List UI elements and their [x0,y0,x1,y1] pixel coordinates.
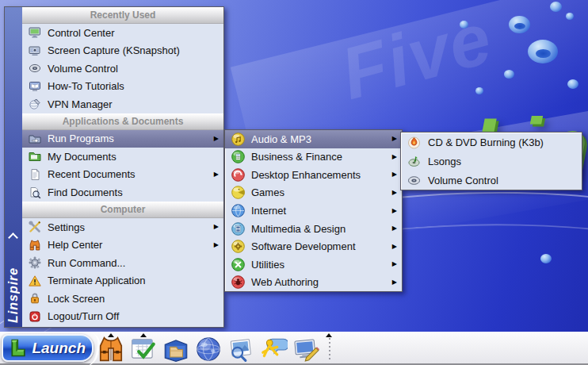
menu-item-lock-screen[interactable]: Lock Screen [22,290,223,308]
desktop: Five Lin Linspire Recently Used Control … [0,0,588,365]
menu-item-terminate-application[interactable]: Terminate Application [22,271,223,290]
bubble [509,16,530,33]
menu-item-logout-turn-off[interactable]: Logout/Turn Off [22,307,223,325]
menu-item-label: Control Center [48,27,115,39]
menu-item-find-documents[interactable]: Find Documents [22,183,223,202]
menu-item-label: Software Development [251,240,356,252]
bubble [460,21,468,29]
menu-item-label: Logout/Turn Off [48,310,119,322]
cd-dvd-burning-icon [407,136,421,149]
menu-item-label: Recent Documents [48,168,136,180]
submenu-arrow-icon: ▶ [392,208,397,214]
screen-capture-icon [29,44,41,57]
bubble [550,2,562,12]
vpn-manager-icon [29,98,41,110]
menu-item-label: VPN Manager [48,98,113,110]
menu-item-run-command[interactable]: Run Command... [22,254,223,272]
menu-item-label: Multimedia & Design [251,223,346,235]
control-center-icon [29,26,41,39]
menu-item-internet[interactable]: Internet ▶ [225,202,402,220]
menu-item-audio-mp3[interactable]: Audio & MP3 ▶ [225,130,402,148]
web-browser-icon[interactable] [194,335,223,363]
bubble [567,79,578,89]
bubble [540,254,552,263]
menu-item-settings[interactable]: Settings ▶ [22,218,223,236]
submenu-arrow-icon: ▶ [214,242,219,248]
file-manager-icon[interactable] [162,335,190,363]
submenu-arrow-icon: ▶ [392,154,397,160]
menu-item-label: Help Center [48,239,102,251]
menu-item-utilities[interactable]: Utilities ▶ [225,256,402,274]
lsongs-icon [407,155,421,168]
web-authoring-icon [231,275,245,289]
run-programs-submenu: Audio & MP3 ▶ Business & Finance ▶ Deskt… [224,129,403,292]
applet-handle[interactable] [140,333,147,337]
launch-button-label: Launch [32,340,86,357]
logout-icon [29,310,41,323]
menu-item-screen-capture[interactable]: Screen Capture (KSnapshot) [22,42,223,60]
menu-item-volume-control-2[interactable]: Volume Control [401,171,582,190]
taskbar: Launch [0,332,588,365]
audio-mp3-submenu: CD & DVD Burning (K3b) Lsongs Volume Con… [400,132,582,190]
menu-item-business-finance[interactable]: Business & Finance ▶ [225,148,402,167]
business-finance-icon [231,150,245,163]
linspire-caret-icon [8,232,18,243]
instant-messenger-icon[interactable] [259,335,288,363]
menu-item-label: Volume Control [428,175,498,186]
bubble [566,13,574,20]
my-documents-icon [29,150,41,163]
calendar-tasks-icon[interactable] [129,335,158,363]
submenu-arrow-icon: ▶ [392,136,397,142]
menu-item-cd-dvd-burning[interactable]: CD & DVD Burning (K3b) [401,133,582,152]
menu-item-control-center[interactable]: Control Center [22,24,223,42]
menu-item-label: My Documents [48,151,116,163]
menu-item-lsongs[interactable]: Lsongs [401,152,582,171]
menu-item-label: Lock Screen [48,293,105,305]
menu-item-label: Business & Finance [251,151,342,163]
menu-item-help-center[interactable]: Help Center ▶ [22,236,223,254]
software-development-icon [231,240,245,253]
menu-item-my-documents[interactable]: My Documents [22,148,223,166]
recent-documents-icon [29,168,41,181]
menu-item-run-programs[interactable]: Run Programs ▶ [22,130,223,148]
desktop-editor-icon[interactable] [292,335,320,363]
menu-item-desktop-enhancements[interactable]: Desktop Enhancements ▶ [225,166,402,184]
desktop-enhancements-icon [231,168,245,182]
menu-item-recent-documents[interactable]: Recent Documents ▶ [22,166,223,184]
help-vest-icon[interactable] [97,335,125,363]
volume-disc-icon [407,174,421,187]
tutorials-icon [29,80,41,93]
settings-icon [29,221,41,233]
help-center-icon [29,239,41,252]
submenu-arrow-icon: ▶ [214,136,219,142]
menu-item-software-development[interactable]: Software Development ▶ [225,237,402,256]
menu-item-how-to-tutorials[interactable]: How-To Tutorials [22,78,223,96]
audio-mp3-icon [231,133,245,146]
menu-item-label: CD & DVD Burning (K3b) [428,136,544,148]
menu-item-web-authoring[interactable]: Web Authoring ▶ [225,274,402,292]
menu-item-volume-control[interactable]: Volume Control [22,60,223,78]
image-viewer-icon[interactable] [227,335,255,363]
menu-item-label: Run Command... [48,257,125,269]
applet-handle[interactable] [326,333,332,337]
terminate-icon [29,275,41,287]
lock-screen-icon [29,292,41,305]
submenu-arrow-icon: ▶ [392,261,397,267]
games-icon [231,186,245,199]
launch-button[interactable]: Launch [2,334,94,362]
menu-item-games[interactable]: Games ▶ [225,184,402,202]
section-header-recently-used: Recently Used [22,7,223,24]
menu-item-label: Internet [251,205,286,217]
applet-handle[interactable] [108,333,114,337]
bubble [528,40,558,63]
run-command-icon [29,256,41,269]
menu-item-vpn-manager[interactable]: VPN Manager [22,95,223,113]
launch-menu: Linspire Recently Used Control Center Sc… [4,6,224,328]
menu-item-label: How-To Tutorials [48,80,124,92]
menu-item-label: Desktop Enhancements [251,169,361,181]
menu-item-label: Find Documents [48,186,123,198]
submenu-arrow-icon: ▶ [392,171,397,178]
submenu-arrow-icon: ▶ [392,279,397,286]
panel-separator[interactable] [329,338,330,360]
menu-item-multimedia-design[interactable]: Multimedia & Design ▶ [225,220,402,238]
